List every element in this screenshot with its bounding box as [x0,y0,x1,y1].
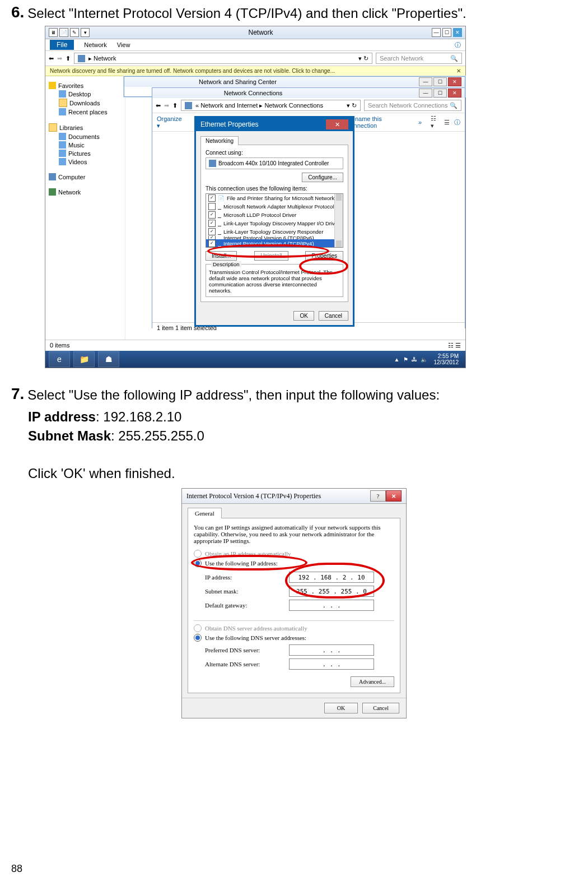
protocol-list[interactable]: ✓📄File and Printer Sharing for Microsoft… [206,193,343,248]
description-group: Description Transmission Control Protoco… [206,264,343,297]
alternate-dns-input[interactable]: . . . [289,658,374,670]
toolbar-more[interactable]: » [418,119,422,126]
adapter-field[interactable]: Broadcom 440x 10/100 Integrated Controll… [206,157,343,169]
maximize-button[interactable]: ☐ [433,77,447,86]
close-button[interactable]: ✕ [386,490,402,502]
explorer-body: Favorites Desktop Downloads Recent place… [45,76,465,340]
ipv4-properties-dialog: Internet Protocol Version 4 (TCP/IPv4) P… [181,488,407,718]
taskbar: e 📁 ☗ ▲ ⚑ 🖧 🔈 2:55 PM12/3/2012 [45,351,465,368]
step-number: 7. [11,385,24,403]
ethernet-properties-dialog: Ethernet Properties ✕ Networking Connect… [194,116,354,327]
window-title: Network [90,29,432,36]
step-7: 7. Select "Use the following IP address"… [11,385,577,403]
preferred-dns-input[interactable]: . . . [289,644,374,656]
gateway-label: Default gateway: [205,602,289,609]
close-button[interactable]: ✕ [453,28,462,37]
maximize-button[interactable]: ☐ [442,28,451,37]
scrollbar[interactable] [334,194,343,247]
ribbon-file-tab[interactable]: File [50,40,74,50]
up-button[interactable]: ⬆ [172,102,178,109]
cancel-button[interactable]: Cancel [362,703,399,713]
close-button[interactable]: ✕ [448,89,461,98]
configure-button[interactable]: Configure... [302,173,343,182]
view-details-button[interactable]: ☰ [444,119,450,126]
qa-icon[interactable]: 📄 [59,28,68,37]
nav-downloads[interactable]: Downloads [69,100,100,106]
taskbar-explorer-icon[interactable]: 📁 [73,351,95,367]
nav-libraries[interactable]: Libraries [59,124,83,131]
ip-label: IP address: [205,574,289,581]
nav-desktop[interactable]: Desktop [68,91,91,98]
nav-documents[interactable]: Documents [68,133,100,140]
radio-auto-ip[interactable] [194,550,202,558]
dialog-title: Ethernet Properties [200,120,258,128]
nav-music[interactable]: Music [68,142,85,149]
ribbon-view-tab[interactable]: View [117,41,130,48]
minimize-button[interactable]: — [432,28,441,37]
gateway-input[interactable]: . . . [289,600,374,611]
ok-button[interactable]: OK [324,703,358,713]
view-icons-button[interactable]: ☷ ▾ [431,115,440,129]
taskbar-ie-icon[interactable]: e [49,351,70,367]
help-button[interactable]: ⓘ [454,118,460,127]
radio-use-dns[interactable] [194,634,202,642]
view-buttons[interactable]: ☷ ☰ [448,342,461,349]
nav-favorites[interactable]: Favorites [58,82,83,89]
system-tray: ▲ ⚑ 🖧 🔈 2:55 PM12/3/2012 [394,353,462,365]
cancel-button[interactable]: Cancel [319,311,348,321]
properties-button[interactable]: Properties [305,251,343,261]
step7-values: IP address: 192.168.2.10 Subnet Mask: 25… [28,407,577,483]
nav-computer[interactable]: Computer [58,174,85,180]
qa-dropdown-icon[interactable]: ▾ [81,28,90,37]
tray-volume-icon[interactable]: 🔈 [421,356,427,363]
networking-tab[interactable]: Networking [200,136,239,145]
back-button[interactable]: ⬅ [49,55,54,62]
info-bar[interactable]: Network discovery and file sharing are t… [45,66,465,76]
toolbar-organize[interactable]: Organize ▾ [157,115,185,129]
nav-pictures[interactable]: Pictures [68,150,91,157]
subnet-mask-input[interactable]: 255 . 255 . 255 . 0 [289,586,374,597]
qa-icon[interactable]: ✎ [70,28,79,37]
address-bar-row: ⬅ ➡ ⬆ ▸ Network▾ ↻ Search Network🔍 [45,51,465,66]
forward-button[interactable]: ➡ [164,102,169,109]
explorer-status-bar: 0 items ☷ ☰ [45,340,465,351]
up-button[interactable]: ⬆ [66,55,71,62]
maximize-button[interactable]: ☐ [433,89,447,98]
navigation-pane: Favorites Desktop Downloads Recent place… [45,76,125,340]
nc-address-bar[interactable]: « Network and Internet ▸ Network Connect… [181,100,361,111]
dialog-titlebar: Ethernet Properties ✕ [196,118,353,131]
general-tab[interactable]: General [188,508,222,518]
back-button[interactable]: ⬅ [156,102,161,109]
ip-address-input[interactable]: 192 . 168 . 2 . 10 [289,572,374,583]
dialog-title: Internet Protocol Version 4 (TCP/IPv4) P… [186,492,321,500]
toolbar-rename[interactable]: Rename this connection [347,115,409,129]
minimize-button[interactable]: — [419,77,432,86]
mask-label: Subnet mask: [205,588,289,595]
address-bar[interactable]: ▸ Network▾ ↻ [74,53,372,64]
nc-search-input[interactable]: Search Network Connections🔍 [364,100,461,111]
nav-network[interactable]: Network [58,189,81,196]
screenshot-network-explorer: 🖥 📄 ✎ ▾ Network — ☐ ✕ File Network View … [45,26,466,368]
forward-button[interactable]: ➡ [57,55,62,62]
tray-flag-icon[interactable]: ⚑ [403,356,408,363]
nav-recent[interactable]: Recent places [68,109,108,115]
tray-arrow-icon[interactable]: ▲ [394,356,400,363]
items-label: This connection uses the following items… [206,185,343,192]
radio-use-ip[interactable] [194,559,202,567]
ribbon-network-tab[interactable]: Network [84,41,106,48]
taskbar-app-icon[interactable]: ☗ [98,351,119,367]
ok-button[interactable]: OK [293,311,314,321]
nc-title: Network Connections [224,90,283,96]
close-button[interactable]: ✕ [448,77,461,86]
help-button[interactable]: ? [370,490,386,502]
nav-videos[interactable]: Videos [68,159,87,165]
tray-network-icon[interactable]: 🖧 [412,356,417,363]
install-button[interactable]: Install... [206,251,237,261]
advanced-button[interactable]: Advanced... [351,676,394,687]
window-titlebar: 🖥 📄 ✎ ▾ Network — ☐ ✕ [45,26,465,39]
step-number: 6. [11,3,24,21]
clock[interactable]: 2:55 PM12/3/2012 [431,353,463,365]
search-input[interactable]: Search Network🔍 [376,53,462,64]
close-button[interactable]: ✕ [326,119,348,129]
minimize-button[interactable]: — [419,89,432,98]
